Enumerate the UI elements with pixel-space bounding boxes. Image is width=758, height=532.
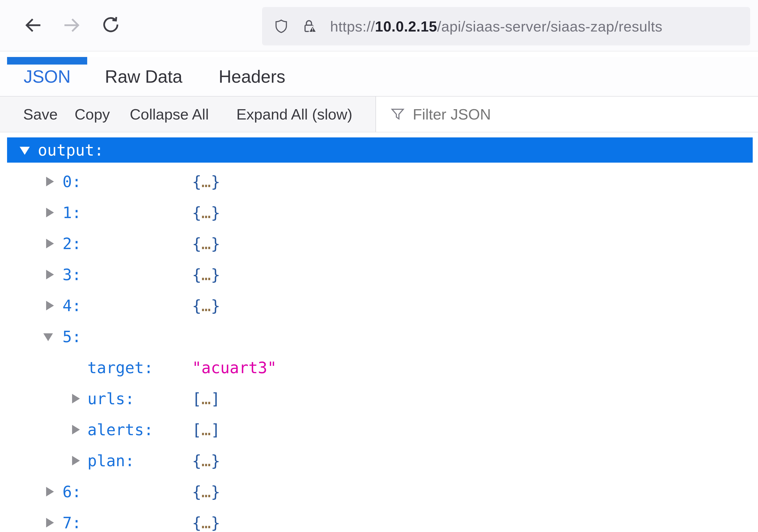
preview-ellipsis: … (201, 389, 211, 408)
json-string-value: "acuart3" (192, 358, 277, 377)
collapse-arrow-icon[interactable] (43, 333, 53, 341)
url-bar[interactable]: https://10.0.2.15/api/siaas-server/siaas… (262, 7, 750, 45)
preview-brace: { (192, 514, 201, 532)
expand-arrow-icon[interactable] (72, 456, 80, 465)
tab-json[interactable]: JSON (7, 57, 87, 96)
preview-brace: { (192, 203, 201, 222)
active-tab-indicator (7, 57, 87, 64)
json-key: plan: (87, 451, 135, 470)
preview-brace: } (211, 451, 220, 470)
tree-row[interactable]: alerts:[…] (0, 414, 758, 445)
preview-brace: { (192, 296, 201, 315)
expand-all-button[interactable]: Expand All (slow) (236, 106, 352, 123)
preview-ellipsis: … (201, 172, 211, 191)
collapsed-preview: […] (192, 420, 220, 439)
tree-row[interactable]: 4:{…} (0, 290, 758, 321)
url-host: 10.0.2.15 (375, 18, 437, 35)
tree-row[interactable]: 5: (0, 321, 758, 352)
collapsed-preview: {…} (192, 296, 220, 315)
json-key: 1: (62, 203, 82, 222)
json-key: output: (38, 141, 104, 160)
viewer-tab-strip: JSON Raw Data Headers (0, 57, 758, 96)
expand-arrow-icon[interactable] (72, 425, 80, 435)
funnel-icon (390, 106, 406, 122)
preview-ellipsis: … (201, 482, 211, 501)
preview-brace: { (192, 234, 201, 253)
tree-row[interactable]: 6:{…} (0, 476, 758, 507)
preview-ellipsis: … (201, 265, 211, 284)
expand-arrow-icon[interactable] (46, 239, 54, 248)
preview-brace: { (192, 482, 201, 501)
shield-icon[interactable] (273, 18, 289, 34)
forward-button[interactable] (62, 16, 82, 35)
json-key: 4: (62, 296, 82, 315)
json-key: target: (87, 358, 153, 377)
expand-arrow-icon[interactable] (46, 177, 54, 186)
filter-json-input[interactable] (413, 106, 758, 123)
collapsed-preview: {…} (192, 482, 220, 501)
expand-arrow-icon[interactable] (72, 394, 80, 404)
collapsed-preview: {…} (192, 172, 220, 191)
preview-brace: } (211, 514, 220, 532)
expand-arrow-icon[interactable] (46, 301, 54, 310)
collapsed-preview: {…} (192, 451, 220, 470)
collapse-arrow-icon[interactable] (20, 147, 30, 155)
preview-brace: } (211, 265, 220, 284)
preview-brace: } (211, 296, 220, 315)
preview-brace: { (192, 451, 201, 470)
tree-row[interactable]: 1:{…} (0, 197, 758, 228)
preview-brace: } (211, 203, 220, 222)
tree-row[interactable]: 7:{…} (0, 507, 758, 532)
json-key: alerts: (87, 420, 153, 439)
tree-row[interactable]: urls:[…] (0, 383, 758, 414)
tab-raw-data-label: Raw Data (105, 67, 182, 87)
tree-row[interactable]: target:"acuart3" (0, 352, 758, 383)
collapse-all-button[interactable]: Collapse All (130, 106, 209, 123)
tab-json-label: JSON (24, 67, 71, 87)
json-key: 5: (62, 327, 82, 346)
json-toolbar: Save Copy Collapse All Expand All (slow) (0, 96, 758, 132)
json-tree-panel: output: 0:{…}1:{…}2:{…}3:{…}4:{…}5:targe… (0, 132, 758, 532)
preview-ellipsis: … (201, 234, 211, 253)
json-key: 3: (62, 265, 82, 284)
insecure-lock-icon[interactable] (301, 18, 317, 34)
expand-arrow-icon[interactable] (46, 518, 54, 527)
url-path: /api/siaas-server/siaas-zap/results (437, 18, 662, 35)
tree-row[interactable]: plan:{…} (0, 445, 758, 476)
json-tree-rows: 0:{…}1:{…}2:{…}3:{…}4:{…}5:target:"acuar… (0, 166, 758, 532)
firefox-json-viewer: https://10.0.2.15/api/siaas-server/siaas… (0, 0, 758, 532)
url-scheme: https:// (330, 18, 375, 35)
preview-ellipsis: … (201, 203, 211, 222)
tree-row[interactable]: 2:{…} (0, 228, 758, 259)
preview-brace: { (192, 172, 201, 191)
expand-arrow-icon[interactable] (46, 487, 54, 496)
preview-brace: } (211, 172, 220, 191)
tab-raw-data[interactable]: Raw Data (91, 57, 196, 96)
preview-ellipsis: … (201, 296, 211, 315)
tab-headers[interactable]: Headers (202, 57, 302, 96)
expand-arrow-icon[interactable] (46, 208, 54, 217)
back-arrow-icon (23, 16, 43, 36)
tree-row-output-selected[interactable]: output: (7, 137, 753, 162)
expand-arrow-icon[interactable] (46, 270, 54, 279)
preview-brace: [ (192, 420, 201, 439)
preview-brace: } (211, 482, 220, 501)
json-key: 7: (62, 514, 82, 532)
reload-icon (101, 16, 121, 36)
back-button[interactable] (23, 16, 43, 35)
json-key: 0: (62, 172, 82, 191)
preview-brace: } (211, 234, 220, 253)
collapsed-preview: {…} (192, 203, 220, 222)
tree-row[interactable]: 0:{…} (0, 166, 758, 197)
browser-nav-bar: https://10.0.2.15/api/siaas-server/siaas… (0, 0, 758, 52)
reload-button[interactable] (101, 16, 121, 35)
preview-ellipsis: … (201, 420, 211, 439)
copy-button[interactable]: Copy (75, 106, 110, 123)
json-value: "acuart3" (192, 358, 277, 377)
preview-brace: ] (211, 420, 220, 439)
save-button[interactable]: Save (23, 106, 58, 123)
forward-arrow-icon (62, 16, 82, 36)
url-text[interactable]: https://10.0.2.15/api/siaas-server/siaas… (330, 18, 663, 35)
json-key: 6: (62, 482, 82, 501)
tree-row[interactable]: 3:{…} (0, 259, 758, 290)
